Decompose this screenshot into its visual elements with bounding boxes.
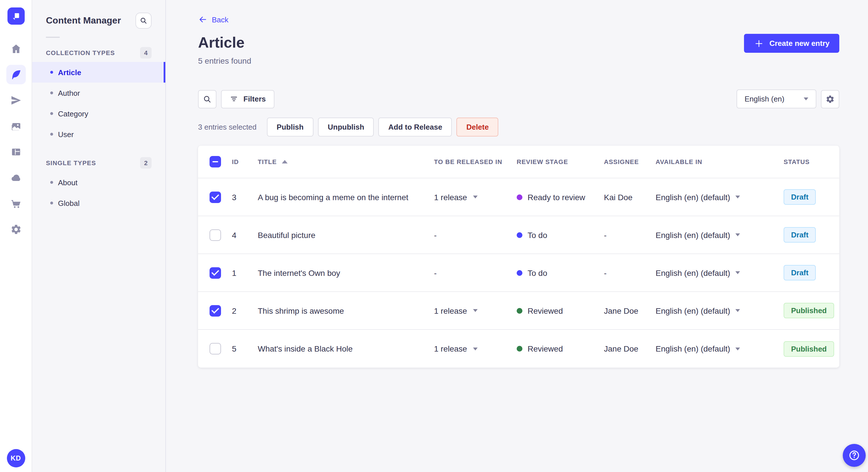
- stage-dot: [517, 308, 522, 313]
- create-new-entry-button[interactable]: Create new entry: [744, 34, 839, 53]
- home-icon[interactable]: [6, 39, 26, 59]
- selection-bar: 3 entries selected Publish Unpublish Add…: [198, 117, 839, 136]
- cell-review-stage: To do: [517, 230, 604, 239]
- marketplace-icon[interactable]: [6, 194, 26, 213]
- row-checkbox[interactable]: [210, 305, 221, 316]
- row-checkbox[interactable]: [210, 343, 221, 355]
- table-row[interactable]: 5 What's inside a Black Hole 1 release R…: [198, 330, 839, 368]
- cell-release[interactable]: 1 release: [434, 193, 517, 202]
- locale-caret: [735, 233, 740, 236]
- row-checkbox[interactable]: [210, 191, 221, 203]
- table-row[interactable]: 3 A bug is becoming a meme on the intern…: [198, 178, 839, 216]
- subnav-title: Content Manager: [46, 15, 121, 26]
- cell-id: 4: [232, 230, 258, 239]
- cell-available-in[interactable]: English (en) (default): [656, 344, 784, 353]
- cell-title: Beautiful picture: [258, 230, 434, 239]
- content-manager-icon[interactable]: [6, 65, 26, 84]
- stage-dot: [517, 194, 522, 200]
- cell-assignee: Kai Doe: [604, 193, 656, 202]
- subnav-search-button[interactable]: [135, 12, 152, 29]
- row-checkbox[interactable]: [210, 229, 221, 241]
- entries-table: ID TITLE TO BE RELEASED IN REVIEW STAGE …: [198, 146, 839, 368]
- cell-available-in[interactable]: English (en) (default): [656, 193, 784, 202]
- cell-id: 5: [232, 344, 258, 353]
- cloud-icon[interactable]: [6, 168, 26, 188]
- table-row[interactable]: 4 Beautiful picture - To do - English (e…: [198, 216, 839, 254]
- sort-ascending-icon: [282, 160, 288, 164]
- column-header-status: STATUS: [784, 158, 839, 165]
- sidebar-item-about[interactable]: About: [32, 172, 165, 193]
- plus-icon: [754, 38, 764, 48]
- select-all-checkbox[interactable]: [210, 156, 221, 167]
- releases-icon[interactable]: [6, 91, 26, 110]
- cell-id: 1: [232, 268, 258, 277]
- unpublish-button[interactable]: Unpublish: [318, 117, 374, 136]
- app: KD Content Manager COLLECTION TYPES 4 Ar…: [0, 0, 868, 472]
- arrow-left-icon: [198, 15, 207, 24]
- filters-button[interactable]: Filters: [221, 90, 274, 108]
- cell-review-stage: Ready to review: [517, 193, 604, 202]
- locale-caret: [735, 196, 740, 198]
- search-button[interactable]: [198, 90, 216, 108]
- status-badge: Published: [784, 303, 834, 318]
- sidebar-item-category[interactable]: Category: [32, 103, 165, 124]
- settings-icon[interactable]: [6, 220, 26, 239]
- sidebar-item-author[interactable]: Author: [32, 82, 165, 103]
- table-row[interactable]: 1 The internet's Own boy - To do - Engli…: [198, 254, 839, 292]
- section-count-badge: 4: [140, 47, 152, 59]
- cell-release[interactable]: 1 release: [434, 344, 517, 353]
- cell-review-stage: Reviewed: [517, 344, 604, 353]
- cell-available-in[interactable]: English (en) (default): [656, 268, 784, 277]
- publish-button[interactable]: Publish: [267, 117, 313, 136]
- search-icon: [203, 94, 212, 103]
- column-header-id: ID: [232, 158, 258, 165]
- content-type-builder-icon[interactable]: [6, 142, 26, 162]
- single-types-section: SINGLE TYPES 2 About Global: [32, 154, 165, 213]
- cell-release: -: [434, 268, 517, 277]
- cell-title: A bug is becoming a meme on the internet: [258, 193, 434, 202]
- back-link[interactable]: Back: [198, 15, 228, 24]
- section-label: COLLECTION TYPES: [46, 49, 115, 56]
- sidebar-item-article[interactable]: Article: [32, 62, 165, 82]
- cell-available-in[interactable]: English (en) (default): [656, 230, 784, 239]
- cell-title: What's inside a Black Hole: [258, 344, 434, 353]
- table-header-row: ID TITLE TO BE RELEASED IN REVIEW STAGE …: [198, 146, 839, 178]
- section-count-badge: 2: [140, 157, 152, 169]
- sidebar-item-global[interactable]: Global: [32, 193, 165, 213]
- add-to-release-button[interactable]: Add to Release: [379, 117, 452, 136]
- sidebar-item-user[interactable]: User: [32, 124, 165, 144]
- locale-caret: [735, 309, 740, 312]
- locale-select[interactable]: English (en): [737, 90, 816, 108]
- release-caret: [473, 347, 477, 350]
- selection-summary: 3 entries selected: [198, 123, 257, 131]
- delete-button[interactable]: Delete: [457, 117, 499, 136]
- section-label: SINGLE TYPES: [46, 160, 96, 166]
- media-library-icon[interactable]: [6, 116, 26, 136]
- user-avatar[interactable]: KD: [7, 449, 25, 467]
- toolbar: Filters English (en): [198, 90, 839, 108]
- column-header-stage: REVIEW STAGE: [517, 158, 604, 165]
- cell-available-in[interactable]: English (en) (default): [656, 306, 784, 315]
- column-header-title[interactable]: TITLE: [258, 158, 434, 165]
- stage-dot: [517, 346, 522, 351]
- cell-assignee: -: [604, 230, 656, 239]
- help-button[interactable]: [843, 444, 866, 467]
- view-settings-button[interactable]: [821, 90, 839, 108]
- row-checkbox[interactable]: [210, 267, 221, 278]
- cell-review-stage: To do: [517, 268, 604, 277]
- table-row[interactable]: 2 This shrimp is awesome 1 release Revie…: [198, 292, 839, 330]
- filter-icon: [229, 95, 238, 103]
- status-badge: Draft: [784, 227, 816, 243]
- cell-release[interactable]: 1 release: [434, 306, 517, 315]
- search-icon: [140, 16, 148, 25]
- page-title: Article: [198, 34, 245, 52]
- status-badge: Published: [784, 341, 834, 357]
- strapi-logo-glyph: [9, 10, 22, 22]
- content-manager-subnav: Content Manager COLLECTION TYPES 4 Artic…: [32, 0, 166, 472]
- chevron-down-icon: [804, 98, 808, 100]
- cell-title: The internet's Own boy: [258, 268, 434, 277]
- strapi-logo[interactable]: [7, 7, 24, 25]
- release-caret: [473, 196, 477, 198]
- locale-caret: [735, 347, 740, 350]
- locale-caret: [735, 271, 740, 274]
